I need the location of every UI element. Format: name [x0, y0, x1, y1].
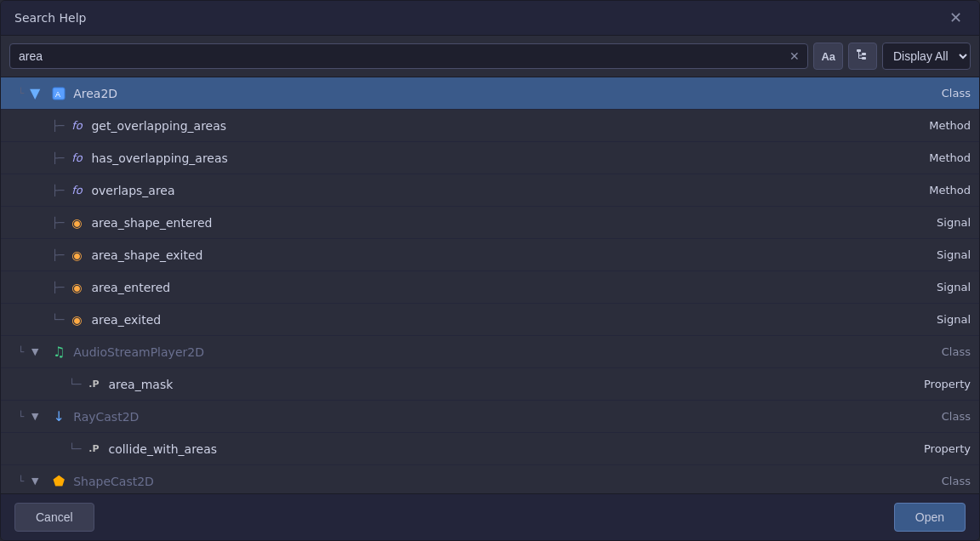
result-label-area-exited: area_exited — [91, 313, 930, 327]
result-type-area2d: Class — [942, 87, 971, 100]
result-type-shapecast2d: Class — [942, 475, 971, 487]
expand-icon-area2d: ▼ — [26, 84, 44, 103]
expand-icon-raycast: ▼ — [26, 407, 44, 426]
result-row-audiostreamplayer2d[interactable]: └ ▼ ♫ AudioStreamPlayer2D Class — [1, 336, 979, 368]
result-type-area-mask: Property — [924, 378, 971, 390]
result-row-area-shape-exited[interactable]: ├─ ◉ area_shape_exited Signal — [1, 239, 979, 271]
case-sensitive-button[interactable]: Aa — [813, 43, 843, 70]
signal-icon-shape-entered: ◉ — [67, 214, 86, 232]
tree-prefix: └ — [18, 476, 24, 487]
method-icon-has-overlapping: fo — [67, 149, 86, 168]
tree-prefix: ├─ — [52, 152, 64, 164]
result-row-has-overlapping-areas[interactable]: ├─ fo has_overlapping_areas Method — [1, 142, 979, 174]
result-row-collide-areas-raycast[interactable]: └─ .P collide_with_areas Property — [1, 433, 979, 465]
svg-text:A: A — [55, 90, 60, 99]
result-type-area-exited: Signal — [937, 313, 971, 326]
tree-prefix: ├─ — [52, 185, 64, 196]
tree-prefix: └ — [18, 346, 24, 358]
cancel-button[interactable]: Cancel — [14, 503, 94, 532]
result-row-area-exited[interactable]: └─ ◉ area_exited Signal — [1, 304, 979, 336]
tree-prefix: ├─ — [52, 249, 64, 261]
tree-prefix: ├─ — [52, 217, 64, 229]
result-label-audiostreamplayer2d: AudioStreamPlayer2D — [73, 345, 935, 359]
search-bar: ✕ Aa Display All Methods — [1, 36, 979, 77]
hierarchy-icon — [856, 48, 869, 65]
result-type-get-overlapping-areas: Method — [929, 119, 971, 132]
search-clear-button[interactable]: ✕ — [786, 48, 803, 65]
svg-rect-2 — [862, 57, 866, 60]
signal-icon-entered: ◉ — [67, 278, 86, 297]
result-type-raycast2d: Class — [942, 410, 971, 423]
result-label-get-overlapping-areas: get_overlapping_areas — [91, 119, 922, 133]
dialog-title: Search Help — [14, 11, 86, 25]
result-label-area-shape-entered: area_shape_entered — [91, 216, 930, 230]
result-type-area-entered: Signal — [937, 281, 971, 293]
tree-prefix: ├─ — [52, 282, 64, 293]
result-type-area-shape-exited: Signal — [937, 248, 971, 261]
display-all-dropdown[interactable]: Display All Methods Properties Signals C… — [882, 43, 971, 70]
result-label-raycast2d: RayCast2D — [73, 410, 935, 424]
open-button[interactable]: Open — [894, 503, 966, 532]
case-sensitive-icon: Aa — [821, 50, 835, 63]
signal-icon-exited: ◉ — [67, 310, 86, 329]
expand-icon-audio: ▼ — [26, 343, 44, 362]
search-input-wrap: ✕ — [9, 43, 808, 69]
results-list: └ ▼ A Area2D Class ├─ fo get_overlapping… — [1, 77, 979, 493]
result-row-area-shape-entered[interactable]: ├─ ◉ area_shape_entered Signal — [1, 207, 979, 239]
result-label-overlaps-area: overlaps_area — [91, 184, 922, 197]
result-label-area2d: Area2D — [73, 87, 935, 100]
result-type-has-overlapping-areas: Method — [929, 151, 971, 164]
result-row-area-mask[interactable]: └─ .P area_mask Property — [1, 368, 979, 401]
result-type-audiostreamplayer2d: Class — [942, 345, 971, 358]
result-type-collide-areas-raycast: Property — [924, 442, 971, 455]
tree-prefix: └ — [18, 411, 24, 423]
hierarchy-button[interactable] — [848, 43, 877, 70]
search-input[interactable] — [9, 43, 808, 69]
search-help-dialog: Search Help ✕ ✕ Aa — [0, 0, 980, 541]
result-label-area-entered: area_entered — [91, 281, 930, 294]
result-label-shapecast2d: ShapeCast2D — [73, 475, 935, 488]
result-label-area-mask: area_mask — [108, 378, 917, 391]
result-row-shapecast2d[interactable]: └ ▼ ⬟ ShapeCast2D Class — [1, 465, 979, 493]
result-label-collide-areas-raycast: collide_with_areas — [108, 442, 917, 456]
class-icon-raycast: ↓ — [49, 407, 68, 426]
title-bar: Search Help ✕ — [1, 1, 979, 36]
tree-prefix: └─ — [69, 443, 81, 455]
dialog-footer: Cancel Open — [1, 493, 979, 540]
tree-prefix: └─ — [69, 379, 81, 390]
tree-prefix: └─ — [52, 314, 64, 326]
expand-icon-shapecast: ▼ — [26, 472, 44, 491]
method-icon-overlaps: fo — [67, 181, 86, 200]
result-label-has-overlapping-areas: has_overlapping_areas — [91, 151, 922, 165]
result-type-area-shape-entered: Signal — [937, 216, 971, 229]
class-icon-audio: ♫ — [49, 343, 68, 362]
result-label-area-shape-exited: area_shape_exited — [91, 248, 930, 262]
class-icon-area2d: A — [49, 84, 68, 103]
close-button[interactable]: ✕ — [945, 8, 966, 28]
result-row-area2d[interactable]: └ ▼ A Area2D Class — [1, 77, 979, 110]
svg-rect-0 — [857, 49, 861, 52]
svg-rect-1 — [862, 53, 866, 55]
property-icon-collide-raycast: .P — [84, 440, 103, 458]
class-icon-shapecast: ⬟ — [49, 472, 68, 491]
tree-prefix: ├─ — [52, 120, 64, 132]
display-filter-select[interactable]: Display All Methods Properties Signals C… — [883, 43, 970, 69]
result-row-overlaps-area[interactable]: ├─ fo overlaps_area Method — [1, 174, 979, 207]
result-type-overlaps-area: Method — [929, 184, 971, 196]
property-icon-area-mask: .P — [84, 375, 103, 394]
method-icon-get-overlapping: fo — [67, 117, 86, 135]
signal-icon-shape-exited: ◉ — [67, 246, 86, 265]
result-row-get-overlapping-areas[interactable]: ├─ fo get_overlapping_areas Method — [1, 110, 979, 142]
tree-prefix-area2d: └ — [18, 88, 24, 100]
result-row-raycast2d[interactable]: └ ▼ ↓ RayCast2D Class — [1, 401, 979, 433]
result-row-area-entered[interactable]: ├─ ◉ area_entered Signal — [1, 271, 979, 304]
